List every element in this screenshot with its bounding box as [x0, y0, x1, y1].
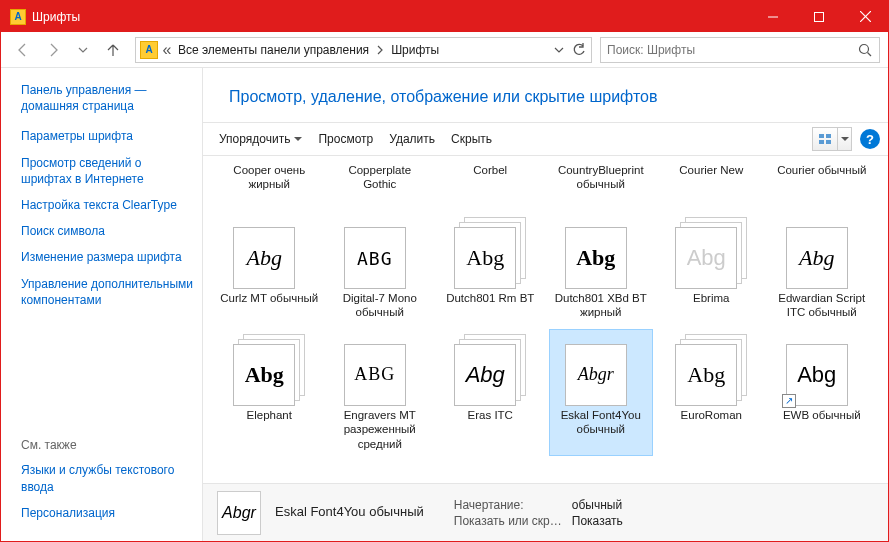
font-item[interactable]: Cooper очень жирный — [217, 156, 322, 208]
font-label: EWB обычный — [783, 408, 861, 422]
font-thumbnail: ABG — [344, 217, 416, 289]
close-button[interactable] — [842, 1, 888, 32]
font-thumbnail: Abg — [233, 334, 305, 406]
sidebar-link-font-settings[interactable]: Параметры шрифта — [21, 128, 194, 144]
font-item[interactable]: Courier New — [659, 156, 764, 208]
sidebar: Панель управления — домашняя страница Па… — [1, 68, 203, 541]
view-dropdown[interactable] — [838, 127, 852, 151]
font-label: Dutch801 Rm BT — [446, 291, 534, 305]
view-icons-button[interactable] — [812, 127, 838, 151]
sidebar-link-optional-features[interactable]: Управление дополнительными компонентами — [21, 276, 194, 308]
maximize-button[interactable] — [796, 1, 842, 32]
see-also-heading: См. также — [21, 438, 194, 452]
font-item[interactable]: AbgDutch801 XBd BT жирный — [549, 212, 654, 325]
font-thumbnail: Abg — [454, 217, 526, 289]
forward-button — [39, 36, 67, 64]
breadcrumb-root-sep[interactable]: « — [160, 39, 174, 61]
page-title: Просмотр, удаление, отображение или скры… — [203, 68, 888, 122]
breadcrumb-sep[interactable] — [373, 39, 387, 61]
svg-line-2 — [860, 11, 871, 22]
window-title: Шрифты — [32, 10, 750, 24]
font-item[interactable]: AbgEuroRoman — [659, 329, 764, 456]
sidebar-link-online-info[interactable]: Просмотр сведений о шрифтах в Интернете — [21, 155, 194, 187]
font-label: Eskal Font4You обычный — [552, 408, 651, 437]
sidebar-link-cleartype[interactable]: Настройка текста ClearType — [21, 197, 194, 213]
preview-button[interactable]: Просмотр — [310, 128, 381, 150]
font-label: CountryBlueprint обычный — [552, 163, 651, 203]
font-item[interactable]: AbgrEskal Font4You обычный — [549, 329, 654, 456]
svg-rect-6 — [819, 134, 824, 138]
font-item[interactable]: AbgElephant — [217, 329, 322, 456]
font-label: Copperplate Gothic — [331, 163, 430, 203]
font-item[interactable]: AbgCurlz MT обычный — [217, 212, 322, 325]
svg-line-5 — [868, 52, 872, 56]
search-box[interactable] — [600, 37, 880, 63]
content-pane: Просмотр, удаление, отображение или скры… — [203, 68, 888, 541]
address-dropdown[interactable] — [549, 39, 569, 61]
svg-rect-8 — [819, 140, 824, 144]
sidebar-link-resize[interactable]: Изменение размера шрифта — [21, 249, 194, 265]
up-button[interactable] — [99, 36, 127, 64]
font-thumbnail: Abg — [786, 217, 858, 289]
font-item[interactable]: Corbel — [438, 156, 543, 208]
refresh-button[interactable] — [569, 39, 589, 61]
titlebar: A Шрифты — [1, 1, 888, 32]
font-item[interactable]: Copperplate Gothic — [328, 156, 433, 208]
delete-button[interactable]: Удалить — [381, 128, 443, 150]
font-label: Corbel — [473, 163, 507, 203]
font-item[interactable]: AbgEras ITC — [438, 329, 543, 456]
font-label: EuroRoman — [681, 408, 742, 422]
details-thumbnail: Abgr — [217, 491, 261, 535]
details-style-value: обычный — [572, 498, 623, 512]
control-panel-home-link[interactable]: Панель управления — домашняя страница — [21, 82, 194, 114]
svg-rect-7 — [826, 134, 831, 138]
font-label: Digital-7 Mono обычный — [331, 291, 430, 320]
svg-rect-9 — [826, 140, 831, 144]
command-bar: Упорядочить Просмотр Удалить Скрыть ? — [203, 122, 888, 156]
font-thumbnail: ABG — [344, 334, 416, 406]
font-item[interactable]: ABGEngravers MT разреженный средний — [328, 329, 433, 456]
address-bar[interactable]: A « Все элементы панели управления Шрифт… — [135, 37, 592, 63]
font-item[interactable]: Abg↗EWB обычный — [770, 329, 875, 456]
font-label: Cooper очень жирный — [220, 163, 319, 203]
svg-line-3 — [860, 11, 871, 22]
details-show-label: Показать или скр… — [454, 514, 562, 528]
sidebar-link-text-services[interactable]: Языки и службы текстового ввода — [21, 462, 194, 494]
font-item[interactable]: AbgDutch801 Rm BT — [438, 212, 543, 325]
font-label: Edwardian Script ITC обычный — [773, 291, 872, 320]
sidebar-link-find-char[interactable]: Поиск символа — [21, 223, 194, 239]
font-thumbnail: Abg — [675, 334, 747, 406]
font-thumbnail: Abg — [233, 217, 305, 289]
back-button — [9, 36, 37, 64]
help-button[interactable]: ? — [860, 129, 880, 149]
fonts-folder-icon: A — [140, 41, 158, 59]
fonts-app-icon: A — [10, 9, 26, 25]
details-show-value: Показать — [572, 514, 623, 528]
font-label: Engravers MT разреженный средний — [331, 408, 430, 451]
details-pane: Abgr Eskal Font4You обычный Начертание: … — [203, 483, 888, 541]
font-grid[interactable]: Cooper очень жирныйCopperplate GothicCor… — [203, 156, 888, 483]
font-label: Eras ITC — [468, 408, 513, 422]
font-thumbnail: Abg↗ — [786, 334, 858, 406]
breadcrumb-fonts[interactable]: Шрифты — [387, 41, 443, 59]
shortcut-overlay-icon: ↗ — [782, 394, 796, 408]
font-item[interactable]: AbgEdwardian Script ITC обычный — [770, 212, 875, 325]
svg-rect-1 — [815, 12, 824, 21]
organize-button[interactable]: Упорядочить — [211, 128, 310, 150]
font-item[interactable]: AbgEbrima — [659, 212, 764, 325]
font-item[interactable]: Courier обычный — [770, 156, 875, 208]
hide-button[interactable]: Скрыть — [443, 128, 500, 150]
minimize-button[interactable] — [750, 1, 796, 32]
search-input[interactable] — [601, 43, 851, 57]
font-thumbnail: Abg — [565, 217, 637, 289]
font-label: Courier New — [679, 163, 743, 203]
recent-dropdown[interactable] — [69, 36, 97, 64]
font-item[interactable]: CountryBlueprint обычный — [549, 156, 654, 208]
breadcrumb-control-panel[interactable]: Все элементы панели управления — [174, 41, 373, 59]
font-label: Ebrima — [693, 291, 729, 305]
font-label: Elephant — [247, 408, 292, 422]
search-icon[interactable] — [851, 38, 879, 62]
sidebar-link-personalization[interactable]: Персонализация — [21, 505, 194, 521]
nav-toolbar: A « Все элементы панели управления Шрифт… — [1, 32, 888, 68]
font-item[interactable]: ABGDigital-7 Mono обычный — [328, 212, 433, 325]
